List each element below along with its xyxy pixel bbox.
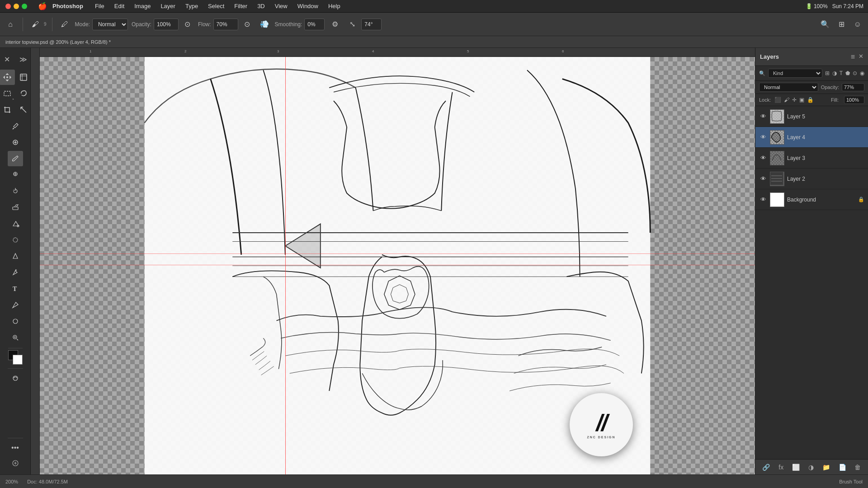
layer-item-background[interactable]: 👁 Background 🔒 <box>755 189 868 210</box>
options-toolbar: ⌂ 🖌 9 🖊 Mode: Normal Multiply Screen Opa… <box>0 13 868 36</box>
smoothing-settings-icon[interactable]: ⚙ <box>328 18 342 31</box>
blend-mode-select[interactable]: Normal Dissolve Multiply Screen Overlay … <box>759 83 818 92</box>
shape-tool[interactable] <box>8 314 23 329</box>
eraser-tool[interactable] <box>8 200 23 215</box>
zoom-tool[interactable] <box>8 330 23 345</box>
close-button[interactable] <box>5 4 11 9</box>
marquee-tools: ▸ <box>0 86 31 101</box>
type-tool[interactable]: T <box>8 281 23 296</box>
add-mask-btn[interactable]: ⬜ <box>790 462 802 473</box>
dodge-tool[interactable] <box>8 249 23 264</box>
quick-mask-mode[interactable] <box>8 371 23 386</box>
home-button[interactable]: ⌂ <box>4 18 17 31</box>
panel-expand[interactable]: ≫ <box>16 52 31 67</box>
layer-5-visibility[interactable]: 👁 <box>759 113 767 121</box>
layers-kind-select[interactable]: Kind Name Effect Mode Attribute Color Sm… <box>768 69 822 78</box>
layers-close-btn[interactable]: ✕ <box>859 53 863 61</box>
adjust-filter-icon[interactable]: ◑ <box>832 70 837 76</box>
blur-tool[interactable] <box>8 232 23 248</box>
divider-2 <box>52 18 52 31</box>
menu-3d[interactable]: 3D <box>253 2 269 10</box>
layer-item-5[interactable]: 👁 Layer 5 <box>755 106 868 127</box>
lock-artboard[interactable]: ▣ <box>799 97 804 103</box>
smoothing-group: Smoothing: <box>275 19 325 30</box>
search-icon[interactable]: 🔍 <box>818 18 832 31</box>
doc-size: Doc: 48.0M/72.5M <box>27 479 68 484</box>
layer-2-thumbnail <box>770 172 784 186</box>
layers-panel-options[interactable]: ≡ <box>851 53 855 61</box>
lasso-tool[interactable] <box>16 86 31 101</box>
angle-input[interactable] <box>361 19 382 30</box>
menu-view[interactable]: View <box>270 2 292 10</box>
slice-tool[interactable] <box>16 102 31 117</box>
color-swatches[interactable] <box>8 350 23 365</box>
pixel-filter-icon[interactable]: ⊞ <box>825 70 830 76</box>
maximize-button[interactable] <box>22 4 27 9</box>
layer-item-3[interactable]: 👁 Layer 3 <box>755 148 868 169</box>
add-style-btn[interactable]: fx <box>777 462 785 473</box>
healing-tool[interactable] <box>8 135 23 150</box>
flow-pressure-icon[interactable]: ⊙ <box>241 18 254 31</box>
menu-select[interactable]: Select <box>203 2 229 10</box>
filter-toggle[interactable]: ◉ <box>860 70 864 76</box>
fill-tool[interactable] <box>8 216 23 231</box>
flow-input[interactable] <box>213 19 238 30</box>
move-tool[interactable] <box>0 70 15 85</box>
menu-file[interactable]: File <box>90 2 109 10</box>
background-color[interactable] <box>13 355 23 365</box>
layer-3-visibility[interactable]: 👁 <box>759 154 767 162</box>
opacity-value-input[interactable] <box>842 83 864 91</box>
link-layers-btn[interactable]: 🔗 <box>760 462 772 473</box>
path-select-tool[interactable] <box>8 297 23 313</box>
minimize-button[interactable] <box>14 4 19 9</box>
canvas-area[interactable]: 1 2 3 4 5 6 <box>31 48 755 474</box>
airbrush-icon[interactable]: 💨 <box>258 18 271 31</box>
smoothing-input[interactable] <box>304 19 325 30</box>
pen-tool[interactable] <box>8 265 23 280</box>
fill-value-input[interactable] <box>844 96 864 104</box>
lock-position[interactable]: ✛ <box>792 97 797 103</box>
menu-type[interactable]: Type <box>181 2 203 10</box>
menu-edit[interactable]: Edit <box>110 2 129 10</box>
menu-help[interactable]: Help <box>324 2 345 10</box>
type-filter-icon[interactable]: T <box>840 70 843 76</box>
crop-tool[interactable] <box>0 102 15 117</box>
new-layer-btn[interactable]: 📄 <box>837 462 848 473</box>
new-group-btn[interactable]: 📁 <box>821 462 832 473</box>
history-brush-tool[interactable] <box>8 183 23 199</box>
layer-2-visibility[interactable]: 👁 <box>759 175 767 183</box>
brush-tool-icon[interactable]: 🖌 <box>28 18 42 31</box>
opacity-input[interactable] <box>154 19 179 30</box>
panel-icon[interactable]: ⊞ <box>835 18 848 31</box>
delete-layer-btn[interactable]: 🗑 <box>853 462 863 473</box>
layer-item-4[interactable]: 👁 Layer 4 <box>755 127 868 148</box>
shape-tools <box>8 314 23 329</box>
svg-rect-5 <box>13 207 18 210</box>
edit-toolbar[interactable] <box>8 455 23 471</box>
extra-icon[interactable]: ☺ <box>851 18 864 31</box>
menu-filter[interactable]: Filter <box>230 2 252 10</box>
new-adjustment-btn[interactable]: ◑ <box>807 462 816 473</box>
lock-image-pixels[interactable]: 🖌 <box>784 97 789 103</box>
eyedropper-tool[interactable] <box>8 118 23 134</box>
lock-all[interactable]: 🔒 <box>807 97 814 103</box>
menu-layer[interactable]: Layer <box>156 2 180 10</box>
panel-close[interactable]: ✕ <box>0 52 15 67</box>
brush-preset-icon[interactable]: 🖊 <box>58 18 71 31</box>
shape-filter-icon[interactable]: ⬟ <box>845 70 850 76</box>
layer-4-visibility[interactable]: 👁 <box>759 133 767 141</box>
traffic-lights[interactable] <box>0 4 33 9</box>
mode-select[interactable]: Normal Multiply Screen <box>92 19 128 30</box>
menu-window[interactable]: Window <box>293 2 323 10</box>
menu-image[interactable]: Image <box>130 2 155 10</box>
rect-marquee-tool[interactable]: ▸ <box>0 86 15 101</box>
brush-tool[interactable] <box>8 151 23 166</box>
more-tools[interactable]: ••• <box>8 440 23 455</box>
background-visibility[interactable]: 👁 <box>759 196 767 204</box>
select-tool[interactable] <box>16 70 31 85</box>
lock-transparent-pixels[interactable]: ⬛ <box>774 97 781 103</box>
layer-item-2[interactable]: 👁 Layer 2 <box>755 169 868 189</box>
opacity-pressure-icon[interactable]: ⊙ <box>181 18 194 31</box>
clone-tool[interactable] <box>8 167 23 183</box>
smart-filter-icon[interactable]: ⊙ <box>853 70 857 76</box>
